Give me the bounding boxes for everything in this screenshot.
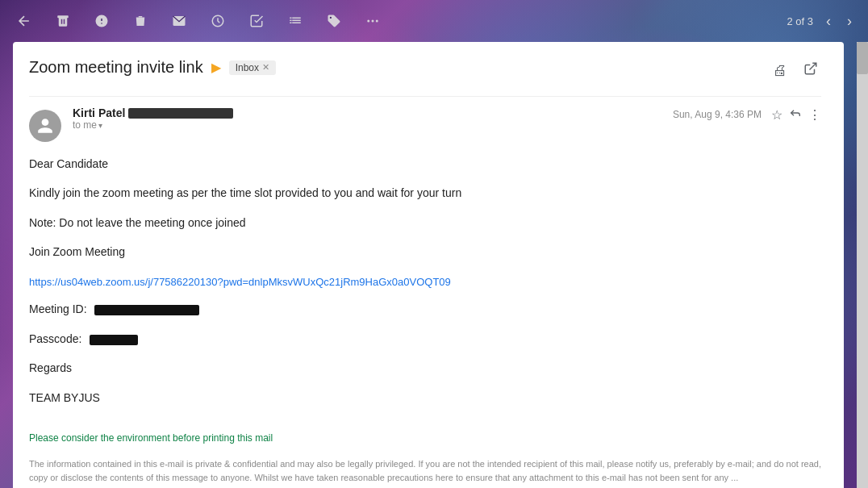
scrollbar-track[interactable] <box>857 42 868 488</box>
meta-icons: ☆ ⋮ <box>771 106 821 123</box>
sender-name-text: Kirti Patel <box>73 106 125 119</box>
more-options-button[interactable]: ⋮ <box>808 107 821 123</box>
body-line1: Kindly join the zoom meeting as per the … <box>29 184 821 202</box>
footer-disclaimer: The information contained in this e-mail… <box>29 457 821 484</box>
delete-button[interactable] <box>129 10 152 32</box>
back-button[interactable] <box>13 10 35 32</box>
regards-text: Regards <box>29 359 821 377</box>
zoom-join-section: Join Zoom Meeting https://us04web.zoom.u… <box>29 243 821 290</box>
page-counter: 2 of 3 ‹ › <box>787 10 855 33</box>
email-card: Zoom meeting invite link ▶ Inbox ✕ 🖨 <box>13 42 844 488</box>
snooze-button[interactable] <box>207 10 229 32</box>
svg-point-5 <box>330 17 332 19</box>
meeting-details-section: Meeting ID: Passcode: <box>29 300 821 348</box>
meeting-link[interactable]: https://us04web.zoom.us/j/77586220130?pw… <box>29 276 451 288</box>
avatar <box>29 110 61 142</box>
svg-point-7 <box>372 20 374 23</box>
to-me-row[interactable]: to me ▾ <box>73 119 233 131</box>
scrollbar-thumb[interactable] <box>857 42 868 74</box>
meeting-id-label: Meeting ID: <box>29 302 87 315</box>
prev-email-button[interactable]: ‹ <box>823 10 834 33</box>
pagination-text: 2 of 3 <box>787 15 813 27</box>
email-date: Sun, Aug 9, 4:36 PM <box>673 109 762 120</box>
inbox-badge: Inbox ✕ <box>229 60 276 75</box>
passcode-row: Passcode: <box>29 330 821 348</box>
email-footer: Please consider the environment before p… <box>29 431 821 484</box>
svg-point-8 <box>376 20 378 23</box>
sender-row: Kirti Patel to me ▾ Sun, Aug 9, 4:36 PM … <box>29 106 821 142</box>
meeting-id-redacted <box>94 305 199 315</box>
regards-section: Regards TEAM BYJUS <box>29 359 821 407</box>
archive-button[interactable] <box>52 10 74 32</box>
to-me-label: to me <box>73 119 97 131</box>
body-line2: Note: Do not leave the meeting once join… <box>29 214 821 231</box>
chevron-down-icon: ▾ <box>98 121 102 130</box>
email-body: Dear Candidate Kindly join the zoom meet… <box>29 155 821 484</box>
svg-line-9 <box>810 63 816 69</box>
email-subject: Zoom meeting invite link <box>29 58 203 77</box>
reply-button[interactable] <box>789 106 802 123</box>
body-section-1: Kindly join the zoom meeting as per the … <box>29 184 821 231</box>
toolbar: 2 of 3 ‹ › <box>0 0 868 42</box>
join-heading: Join Zoom Meeting <box>29 243 821 261</box>
sender-name-row: Kirti Patel <box>73 106 233 119</box>
subject-line: Zoom meeting invite link ▶ Inbox ✕ <box>29 58 276 77</box>
task-button[interactable] <box>245 10 268 32</box>
sender-email-redacted <box>128 108 233 119</box>
label-button[interactable] <box>323 10 345 32</box>
more-actions-button[interactable] <box>361 10 384 32</box>
svg-point-6 <box>367 20 369 23</box>
sender-meta: Sun, Aug 9, 4:36 PM ☆ ⋮ <box>673 106 821 123</box>
env-notice: Please consider the environment before p… <box>29 431 821 446</box>
inbox-label: Inbox <box>236 62 259 73</box>
print-button[interactable]: 🖨 <box>770 59 791 82</box>
meeting-id-row: Meeting ID: <box>29 300 821 318</box>
sender-info: Kirti Patel to me ▾ Sun, Aug 9, 4:36 PM … <box>73 106 821 131</box>
passcode-label: Passcode: <box>29 332 81 345</box>
team-text: TEAM BYJUS <box>29 389 821 407</box>
open-external-button[interactable] <box>800 58 821 83</box>
inbox-badge-remove[interactable]: ✕ <box>262 62 269 73</box>
star-button[interactable]: ☆ <box>771 107 782 123</box>
greeting: Dear Candidate <box>29 155 821 173</box>
next-email-button[interactable]: › <box>844 10 855 33</box>
report-button[interactable] <box>90 10 113 32</box>
subject-arrow-icon: ▶ <box>211 60 221 75</box>
move-to-button[interactable] <box>284 10 307 32</box>
header-actions: 🖨 <box>770 58 821 83</box>
email-header: Zoom meeting invite link ▶ Inbox ✕ 🖨 <box>29 58 821 97</box>
passcode-redacted <box>90 335 138 345</box>
mark-unread-button[interactable] <box>168 10 190 32</box>
svg-point-2 <box>101 23 102 24</box>
